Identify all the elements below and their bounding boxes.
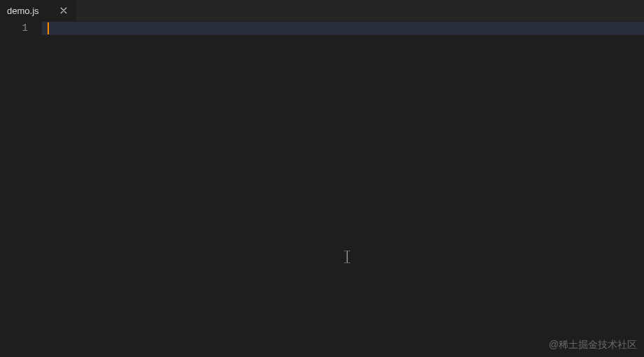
gutter: 1 — [0, 21, 42, 357]
current-line-highlight — [42, 22, 644, 35]
line-number: 1 — [0, 22, 42, 35]
tab-bar: demo.js — [0, 0, 644, 21]
editor-area: 1 — [0, 21, 644, 357]
tab-demo-js[interactable]: demo.js — [0, 0, 77, 21]
code-area[interactable] — [42, 21, 644, 357]
tab-close-button[interactable] — [58, 5, 69, 16]
close-icon — [59, 6, 68, 15]
tab-label: demo.js — [7, 6, 52, 16]
text-cursor — [48, 22, 49, 34]
